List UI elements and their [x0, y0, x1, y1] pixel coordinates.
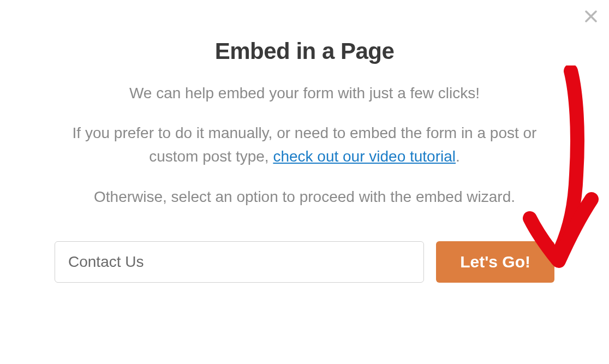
modal-paragraph-otherwise: Otherwise, select an option to proceed w… [55, 185, 554, 208]
embed-modal: Embed in a Page We can help embed your f… [0, 0, 609, 364]
lets-go-button[interactable]: Let's Go! [436, 241, 554, 283]
input-row: Let's Go! [55, 241, 554, 283]
modal-subtitle: We can help embed your form with just a … [55, 82, 554, 105]
paragraph-text-after: . [456, 148, 460, 165]
close-icon[interactable] [585, 10, 597, 25]
page-name-input[interactable] [55, 241, 424, 283]
video-tutorial-link[interactable]: check out our video tutorial [273, 148, 456, 165]
modal-title: Embed in a Page [55, 38, 554, 64]
modal-paragraph-manual: If you prefer to do it manually, or need… [55, 121, 554, 169]
